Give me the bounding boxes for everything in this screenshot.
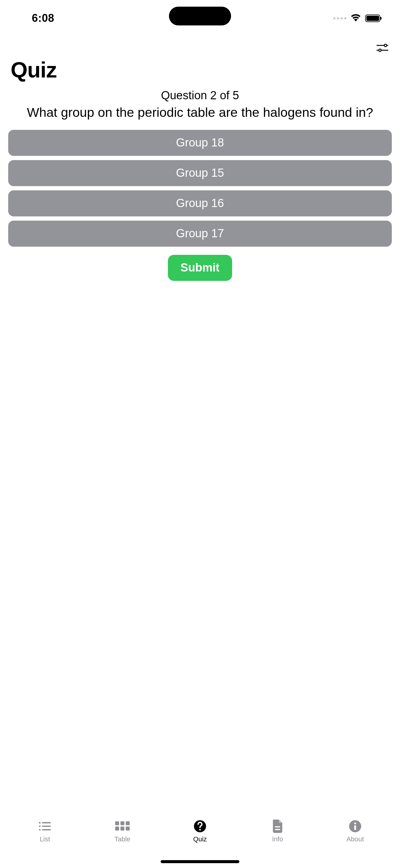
- list-icon: [37, 819, 52, 833]
- options-list: Group 18 Group 15 Group 16 Group 17: [8, 130, 392, 247]
- svg-point-21: [354, 822, 356, 824]
- quiz-content: Question 2 of 5 What group on the period…: [0, 85, 400, 281]
- svg-rect-13: [115, 827, 119, 831]
- svg-rect-10: [115, 822, 119, 825]
- svg-point-4: [39, 822, 40, 824]
- tab-info[interactable]: Info: [239, 819, 316, 843]
- nav-row: [376, 36, 389, 61]
- document-icon: [270, 819, 285, 833]
- svg-rect-9: [42, 829, 51, 830]
- info-circle-icon: [348, 819, 363, 833]
- svg-rect-11: [120, 822, 124, 825]
- home-indicator: [161, 860, 239, 863]
- svg-point-8: [39, 829, 40, 831]
- tab-label: About: [346, 835, 364, 843]
- svg-rect-22: [354, 825, 356, 830]
- option-button-3[interactable]: Group 16: [8, 190, 392, 216]
- svg-rect-5: [42, 822, 51, 823]
- grid-icon: [115, 819, 130, 833]
- status-bar: 6:08: [0, 0, 400, 36]
- wifi-icon: [351, 13, 361, 23]
- question-text: What group on the periodic table are the…: [25, 104, 376, 121]
- tab-label: Quiz: [193, 835, 207, 843]
- dynamic-island: [169, 7, 231, 25]
- option-button-1[interactable]: Group 18: [8, 130, 392, 156]
- tab-label: Info: [272, 835, 283, 843]
- tab-bar: List Table Quiz: [0, 813, 400, 868]
- svg-point-1: [384, 44, 387, 46]
- tab-label: List: [40, 835, 50, 843]
- tab-list[interactable]: List: [6, 819, 84, 843]
- svg-rect-18: [275, 826, 280, 828]
- tab-quiz[interactable]: Quiz: [161, 819, 239, 843]
- svg-rect-12: [126, 822, 130, 825]
- option-button-4[interactable]: Group 17: [8, 221, 392, 247]
- svg-point-3: [379, 49, 381, 52]
- tab-table[interactable]: Table: [84, 819, 161, 843]
- question-counter: Question 2 of 5: [161, 89, 239, 102]
- svg-rect-7: [42, 826, 51, 827]
- svg-point-6: [39, 825, 40, 827]
- status-time: 6:08: [32, 12, 54, 25]
- svg-point-17: [199, 829, 201, 831]
- tab-about[interactable]: About: [316, 819, 394, 843]
- svg-rect-19: [275, 829, 280, 830]
- page-title: Quiz: [10, 58, 57, 82]
- tab-label: Table: [115, 835, 131, 843]
- sliders-icon[interactable]: [376, 42, 389, 55]
- option-button-2[interactable]: Group 15: [8, 160, 392, 186]
- battery-icon: [365, 14, 380, 22]
- svg-rect-14: [120, 827, 124, 831]
- status-right: [333, 13, 380, 23]
- question-circle-icon: [193, 819, 207, 833]
- cellular-icon: [333, 17, 346, 19]
- submit-button[interactable]: Submit: [168, 255, 232, 281]
- svg-rect-15: [126, 827, 130, 831]
